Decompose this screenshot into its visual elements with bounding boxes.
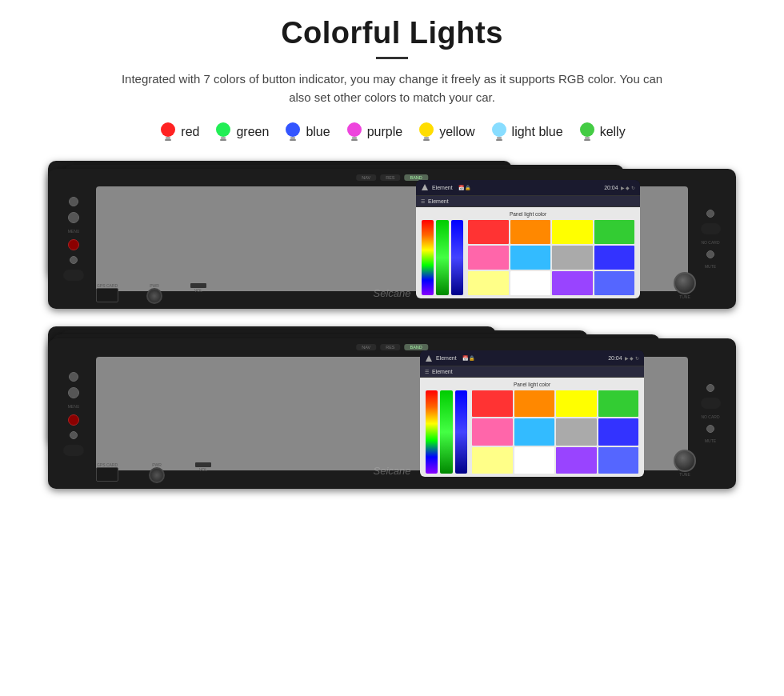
svg-point-12 [419,122,434,137]
bottom-unit-stack: MENU GPS CARD PWR VOL MENU [48,326,736,494]
color-label-kelly: kelly [600,125,626,139]
color-label-yellow: yellow [439,125,474,139]
svg-point-3 [216,122,230,137]
color-item-green: green [214,121,269,143]
kelly-bulb-icon [578,121,597,143]
panel-light-color-label: Panel light color [422,211,634,217]
yellow-bulb-icon [417,121,436,143]
screen-element-label2: Element [428,198,449,204]
svg-rect-17 [496,139,502,141]
color-item-yellow: yellow [417,121,474,143]
svg-point-15 [492,122,506,137]
nav-btn-res[interactable]: RES [380,174,400,181]
color-item-red: red [158,121,199,143]
blue-bulb-icon [283,121,302,143]
right-controls: NO CARD MUTE [696,210,725,269]
svg-rect-13 [424,137,429,139]
svg-rect-7 [290,137,295,139]
color-settings-screen-bottom: Element 📅 🔒 20:04 ▶ ◆ ↻ ☰ Element [420,350,644,477]
tune-knob-bottom[interactable]: TUNE [674,450,696,477]
green-bulb-icon [214,121,233,143]
front-unit-bottom: NAV RES BAND MENU [48,338,736,489]
svg-rect-5 [220,139,226,141]
bottom-controls-bottom: GPS CARD PWR VOL [96,462,211,483]
right-controls-bottom: NO CARD MUTE [696,384,725,443]
screen-time: 20:04 [604,185,618,190]
svg-rect-1 [166,137,170,139]
left-controls: MENU [59,197,88,281]
svg-rect-14 [423,139,430,141]
left-controls-bottom: MENU [59,372,88,456]
lightblue-bulb-icon [490,121,509,143]
front-unit-top: NAV RES BAND MENU [48,169,736,309]
svg-rect-2 [165,139,171,141]
color-label-green: green [236,125,269,139]
color-label-red: red [181,125,199,139]
tune-knob[interactable]: TUNE [674,272,696,299]
nav-btn-nav[interactable]: NAV [356,174,376,181]
color-item-purple: purple [345,121,402,143]
screen-element-label: Element [432,185,453,190]
svg-point-18 [580,122,594,137]
colors-row: red green blue [158,121,625,143]
svg-rect-20 [584,139,590,141]
svg-rect-4 [221,137,226,139]
color-item-kelly: kelly [578,121,626,143]
bottom-controls: GPS CARD PWR VOL [96,283,206,304]
svg-rect-19 [585,137,590,139]
svg-point-9 [347,122,362,137]
main-display-area: Element 📅 🔒 20:04 ▶ ◆ ↻ ☰ Element [96,186,688,290]
red-bulb-icon [158,121,178,143]
color-item-blue: blue [283,121,330,143]
page-container: Colorful Lights Integrated with 7 colors… [0,0,784,696]
page-title: Colorful Lights [281,16,503,50]
main-display-area-bottom: Element 📅 🔒 20:04 ▶ ◆ ↻ ☰ Element [96,357,688,470]
title-divider [376,57,408,59]
svg-rect-8 [290,139,296,141]
svg-point-0 [161,122,175,137]
color-label-lightblue: light blue [512,125,563,139]
color-settings-screen: Element 📅 🔒 20:04 ▶ ◆ ↻ ☰ Element [416,180,640,298]
color-item-lightblue: light blue [490,121,563,143]
purple-bulb-icon [345,121,364,143]
page-subtitle: Integrated with 7 colors of button indic… [112,70,672,106]
nav-buttons-bottom: NAV RES BAND [356,344,428,350]
svg-point-6 [286,122,300,137]
color-label-purple: purple [367,125,402,139]
svg-rect-10 [352,137,357,139]
svg-rect-16 [497,137,502,139]
top-unit-stack: MENU GPS CARD PWR VOL [48,161,736,317]
color-label-blue: blue [306,125,330,139]
svg-rect-11 [351,139,358,141]
